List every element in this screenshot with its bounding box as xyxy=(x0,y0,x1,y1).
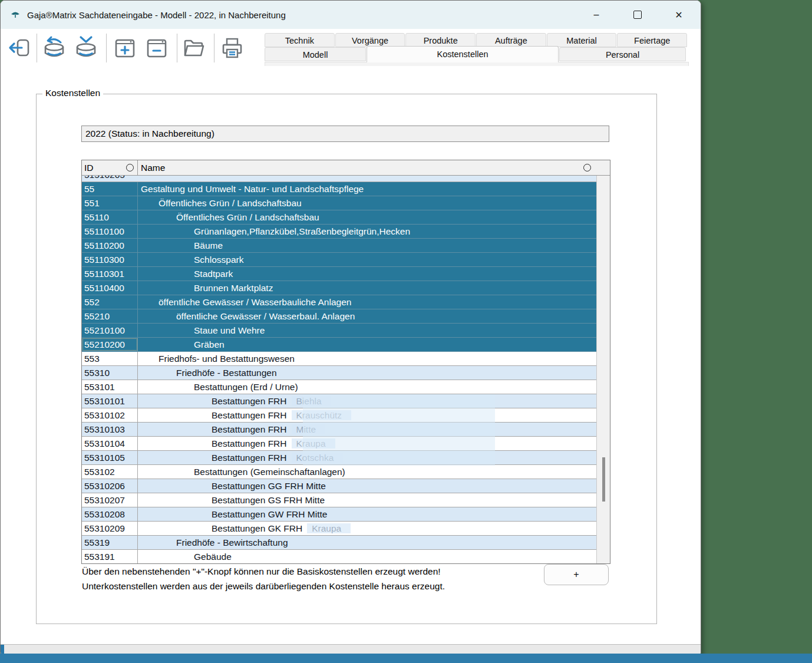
cell-name[interactable]: Bestattungen GK FRHKraupa xyxy=(138,522,596,535)
table-row[interactable]: 55310103Bestattungen FRHMitte xyxy=(82,423,596,437)
cell-name[interactable]: Stadtpark xyxy=(138,267,596,281)
maximize-button[interactable] xyxy=(617,1,658,29)
cell-id[interactable]: 55310206 xyxy=(82,479,138,493)
table-row[interactable]: 55110400Brunnen Marktplatz xyxy=(82,281,596,295)
table-row[interactable]: 55310208Bestattungen GW FRH Mitte xyxy=(82,507,596,522)
cell-id[interactable]: 55310209 xyxy=(82,522,138,535)
cell-name[interactable]: Friedhofs- und Bestattungswesen xyxy=(138,352,596,365)
tab-kostenstellen[interactable]: Kostenstellen xyxy=(367,46,559,62)
tab-auftraege[interactable]: Aufträge xyxy=(476,33,546,47)
tab-material[interactable]: Material xyxy=(547,33,617,47)
cell-name[interactable]: Staue und Wehre xyxy=(138,324,596,337)
cell-id[interactable]: 55319 xyxy=(82,536,138,549)
column-header-name[interactable]: Name xyxy=(138,160,610,175)
model-status-field[interactable]: 2022 (Status: in Nachbereitung) xyxy=(81,126,609,142)
cell-id[interactable]: 55110400 xyxy=(82,281,138,295)
cell-id[interactable]: 553191 xyxy=(82,550,138,563)
table-row[interactable]: 55210200Gräben xyxy=(82,338,596,352)
cell-name[interactable]: Bestattungen GW FRH Mitte xyxy=(138,507,596,521)
tab-modell[interactable]: Modell xyxy=(265,47,366,61)
table-row[interactable]: 51510205Winterdienst / Streugutbeseitigu… xyxy=(82,176,596,182)
cell-name[interactable]: Bestattungen GS FRH Mitte xyxy=(138,493,596,507)
cell-name[interactable]: Brunnen Marktplatz xyxy=(138,281,596,295)
cell-id[interactable]: 552 xyxy=(82,295,138,309)
cell-name[interactable]: Friedhöfe - Bewirtschaftung xyxy=(138,536,596,549)
cell-name[interactable]: Bäume xyxy=(138,239,596,252)
table-row[interactable]: 55310102Bestattungen FRHKrauschütz xyxy=(82,408,596,423)
cell-id[interactable]: 55110200 xyxy=(82,239,138,252)
folder-open-icon[interactable] xyxy=(181,35,208,62)
table-row[interactable]: 553Friedhofs- und Bestattungswesen xyxy=(82,352,596,366)
print-icon[interactable] xyxy=(219,35,246,62)
table-row[interactable]: 55310101Bestattungen FRHBiehla xyxy=(82,394,596,408)
cell-name[interactable]: Gebäude xyxy=(138,550,596,563)
table-row[interactable]: 55110200Bäume xyxy=(82,239,596,253)
cell-id[interactable]: 55310207 xyxy=(82,493,138,507)
window-remove-icon[interactable] xyxy=(143,35,170,62)
cell-id[interactable]: 553102 xyxy=(82,465,138,479)
table-row[interactable]: 553102Bestattungen (Gemeinschaftanlagen) xyxy=(82,465,596,479)
cell-name[interactable]: Gräben xyxy=(138,338,596,351)
table-row[interactable]: 55310209Bestattungen GK FRHKraupa xyxy=(82,522,596,536)
tab-feiertage[interactable]: Feiertage xyxy=(617,33,687,47)
table-row[interactable]: 55310104Bestattungen FRHKraupa xyxy=(82,437,596,451)
table-row[interactable]: 552öffentliche Gewässer / Wasserbauliche… xyxy=(82,295,596,309)
table-row[interactable]: 55310207Bestattungen GS FRH Mitte xyxy=(82,493,596,507)
cell-id[interactable]: 55210100 xyxy=(82,324,138,337)
cell-name[interactable]: Öffentliches Grün / Landschaftsbau xyxy=(138,196,596,210)
cell-id[interactable]: 55110301 xyxy=(82,267,138,281)
table-row[interactable]: 55319Friedhöfe - Bewirtschaftung xyxy=(82,536,596,550)
cell-name[interactable]: öffentliche Gewässer / Wasserbauliche An… xyxy=(138,295,596,309)
cell-id[interactable]: 55210200 xyxy=(82,338,138,351)
cell-id[interactable]: 553101 xyxy=(82,380,138,394)
cell-name[interactable]: Bestattungen FRHMitte xyxy=(138,423,596,436)
cell-id[interactable]: 55310103 xyxy=(82,423,138,436)
cell-id[interactable]: 551 xyxy=(82,196,138,210)
scrollbar-thumb[interactable] xyxy=(602,457,605,502)
close-button[interactable]: ✕ xyxy=(658,1,699,29)
table-row[interactable]: 553191Gebäude xyxy=(82,550,596,563)
table-row[interactable]: 553101Bestattungen (Erd / Urne) xyxy=(82,380,596,394)
cell-id[interactable]: 553 xyxy=(82,352,138,365)
tab-produkte[interactable]: Produkte xyxy=(405,33,476,47)
cell-name[interactable]: Grünanlagen,Pflanzkübel,Straßenbegleitgr… xyxy=(138,225,596,238)
cell-name[interactable]: Bestattungen FRHKrauschütz xyxy=(138,408,596,422)
cell-id[interactable]: 55110 xyxy=(82,210,138,224)
database-revert-icon[interactable] xyxy=(41,35,68,62)
tab-personal[interactable]: Personal xyxy=(559,47,686,61)
table-row[interactable]: 55110301Stadtpark xyxy=(82,267,596,281)
vertical-scrollbar[interactable] xyxy=(596,176,610,563)
cell-name[interactable]: Schlosspark xyxy=(138,253,596,266)
table-row[interactable]: 55110100Grünanlagen,Pflanzkübel,Straßenb… xyxy=(82,225,596,239)
window-add-icon[interactable] xyxy=(111,35,138,62)
table-row[interactable]: 55310105Bestattungen FRHKotschka xyxy=(82,451,596,465)
database-commit-icon[interactable] xyxy=(72,35,100,62)
cell-id[interactable]: 55310 xyxy=(82,366,138,380)
table-row[interactable]: 55210100Staue und Wehre xyxy=(82,324,596,338)
tab-vorgaenge[interactable]: Vorgänge xyxy=(335,33,405,47)
cell-name[interactable]: Bestattungen (Erd / Urne) xyxy=(138,380,596,394)
cell-id[interactable]: 55110100 xyxy=(82,225,138,238)
minimize-button[interactable]: – xyxy=(576,1,617,29)
cell-name[interactable]: Bestattungen FRHKraupa xyxy=(138,437,596,450)
cell-name[interactable]: Öffentliches Grün / Landschaftsbau xyxy=(138,210,596,224)
cell-name[interactable]: Bestattungen GG FRH Mitte xyxy=(138,479,596,493)
table-row[interactable]: 551Öffentliches Grün / Landschaftsbau xyxy=(82,196,596,210)
cell-id[interactable]: 55310105 xyxy=(82,451,138,464)
table-row[interactable]: 55310206Bestattungen GG FRH Mitte xyxy=(82,479,596,493)
table-row[interactable]: 55Gestaltung und Umwelt - Natur- und Lan… xyxy=(82,182,596,196)
cell-name[interactable]: Gestaltung und Umwelt - Natur- und Lands… xyxy=(138,182,596,196)
table-row[interactable]: 55110Öffentliches Grün / Landschaftsbau xyxy=(82,210,596,225)
cell-name[interactable]: öffentliche Gewässer / Wasserbaul. Anlag… xyxy=(138,309,596,323)
cell-id[interactable]: 55310104 xyxy=(82,437,138,450)
cell-id[interactable]: 55210 xyxy=(82,309,138,323)
cell-name[interactable]: Bestattungen FRHBiehla xyxy=(138,394,596,408)
cell-id[interactable]: 55310208 xyxy=(82,507,138,521)
cell-id[interactable]: 55310102 xyxy=(82,408,138,422)
cell-name[interactable]: Bestattungen FRHKotschka xyxy=(138,451,596,464)
cell-id[interactable]: 55110300 xyxy=(82,253,138,266)
add-kostenstelle-button[interactable]: + xyxy=(544,564,609,585)
exit-icon[interactable] xyxy=(5,35,32,62)
tab-technik[interactable]: Technik xyxy=(265,33,335,47)
table-row[interactable]: 55310Friedhöfe - Bestattungen xyxy=(82,366,596,380)
